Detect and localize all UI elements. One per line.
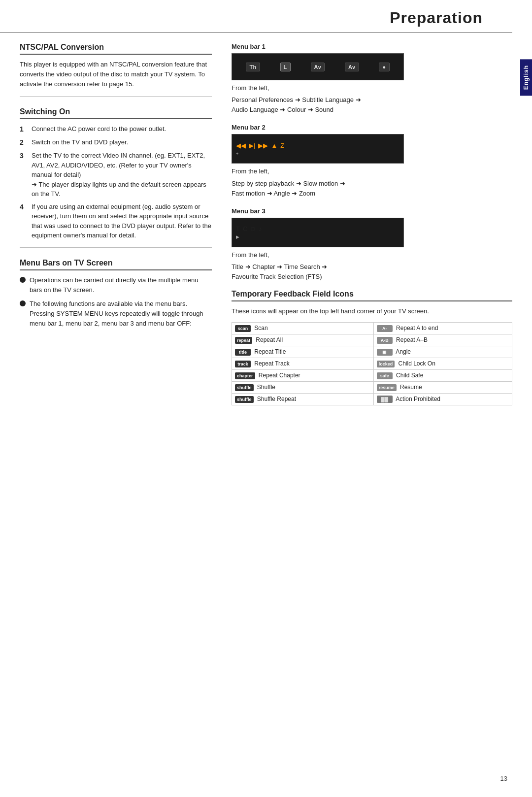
menu-bar-1-section: Menu bar 1 Th L Av Av ● From the left, P… xyxy=(232,43,512,115)
icon-repeat-a-end: A- Repeat A to end xyxy=(373,323,512,334)
mb2-item-3: ▶▶ xyxy=(258,142,268,149)
repeat-badge: repeat xyxy=(235,337,252,344)
left-column: NTSC/PAL Conversion This player is equip… xyxy=(20,43,227,405)
mb3-item-1: T xyxy=(236,225,240,232)
menu-bars-heading: Menu Bars on TV Screen xyxy=(20,259,212,270)
bullet-2: The following functions are available vi… xyxy=(20,299,212,329)
table-row: title Repeat Title ▣ Angle xyxy=(232,346,512,358)
switching-divider xyxy=(20,247,212,248)
mb1-item-5: ● xyxy=(379,63,389,71)
menu-bar-1-image: Th L Av Av ● xyxy=(232,53,404,80)
menu-bar-3-section: Menu bar 3 T C ⊙ ♪ ▶ From the left, Titl… xyxy=(232,207,512,282)
table-row: repeat Repeat All A-B Repeat A–B xyxy=(232,334,512,346)
shuffle-badge: shuffle xyxy=(235,384,254,391)
child-safe-label: Child Safe xyxy=(396,372,423,379)
icon-angle: ▣ Angle xyxy=(373,346,512,358)
chapter-label: Repeat Chapter xyxy=(259,372,300,379)
menu-bar-3-desc: Title ➜ Chapter ➜ Time Search ➜Favourite… xyxy=(232,262,512,282)
menu-bar-3-label: Menu bar 3 xyxy=(232,207,512,215)
bullet-icon xyxy=(20,300,26,306)
scan-badge: scan xyxy=(235,325,251,332)
table-row: shuffle Shuffle Repeat ▓▓ Action Prohibi… xyxy=(232,394,512,405)
icon-shuffle: shuffle Shuffle xyxy=(232,382,374,394)
ab-label: Repeat A–B xyxy=(396,336,428,343)
bullet-icon xyxy=(20,277,26,283)
mb3-item-3: ⊙ xyxy=(250,225,256,232)
menu-bar-1-label: Menu bar 1 xyxy=(232,43,512,50)
menu-bar-2-label: Menu bar 2 xyxy=(232,124,512,131)
icon-repeat-chapter: chapter Repeat Chapter xyxy=(232,370,374,382)
icon-repeat-title: title Repeat Title xyxy=(232,346,374,358)
mb2-item-4: ▲ xyxy=(271,142,277,149)
mb1-item-4: Av xyxy=(345,63,359,71)
icon-repeat-all: repeat Repeat All xyxy=(232,334,374,346)
menu-bar-3-image: T C ⊙ ♪ ▶ xyxy=(232,218,404,247)
title-label: Repeat Title xyxy=(254,348,286,355)
ntsc-body: This player is equipped with an NTSC/PAL… xyxy=(20,60,212,89)
table-row: track Repeat Track locked Child Lock On xyxy=(232,358,512,370)
menu-bar-1-from: From the left, xyxy=(232,83,512,93)
mb1-item-2: L xyxy=(280,63,291,71)
child-lock-label: Child Lock On xyxy=(399,360,435,367)
feedback-desc: These icons will appear on the top left … xyxy=(232,306,512,316)
feedback-heading: Temporary Feedback Field Icons xyxy=(232,290,512,301)
mb2-sub-1: + xyxy=(236,151,238,156)
page-title-bar: Preparation xyxy=(0,0,512,33)
mb2-item-5: Z xyxy=(280,142,284,149)
icons-table: scan Scan A- Repeat A to end repeat Repe… xyxy=(232,322,512,405)
ntsc-divider xyxy=(20,96,212,97)
ntsc-heading: NTSC/PAL Conversion xyxy=(20,43,212,55)
scan-label: Scan xyxy=(254,325,267,332)
angle-icon: ▣ xyxy=(377,349,393,356)
locked-badge: locked xyxy=(377,361,395,367)
step-4: 4 If you are using an external equipment… xyxy=(20,202,212,240)
icon-repeat-ab: A-B Repeat A–B xyxy=(373,334,512,346)
icon-repeat-track: track Repeat Track xyxy=(232,358,374,370)
track-badge: track xyxy=(235,361,251,367)
resume-label: Resume xyxy=(400,384,422,391)
menu-bar-2-section: Menu bar 2 ◀◀ ▶| ▶▶ ▲ Z + From the left,… xyxy=(232,124,512,198)
step-2: 2 Switch on the TV and DVD player. xyxy=(20,137,212,148)
mb3-sub-1: ▶ xyxy=(236,234,239,239)
step-3: 3 Set the TV to the correct Video IN cha… xyxy=(20,151,212,199)
table-row: scan Scan A- Repeat A to end xyxy=(232,323,512,334)
menu-bar-2-from: From the left, xyxy=(232,166,512,176)
prohibited-label: Action Prohibited xyxy=(396,396,440,402)
switching-heading: Switching On xyxy=(20,107,212,119)
icon-child-safe: safe Child Safe xyxy=(373,370,512,382)
english-tab: English xyxy=(520,59,532,96)
prohibited-badge: ▓▓ xyxy=(377,396,393,403)
step-1: 1 Connect the AC power cord to the power… xyxy=(20,124,212,134)
track-label: Repeat Track xyxy=(254,360,289,367)
resume-badge: resume xyxy=(377,384,397,391)
safe-badge: safe xyxy=(377,372,393,379)
mb2-item-2: ▶| xyxy=(249,142,255,149)
mb3-item-4: ♪ xyxy=(259,225,262,232)
a-label: Repeat A to end xyxy=(396,325,438,332)
shuffle-repeat-label: Shuffle Repeat xyxy=(257,396,296,402)
mb2-item-1: ◀◀ xyxy=(236,142,246,149)
icon-action-prohibited: ▓▓ Action Prohibited xyxy=(373,394,512,405)
switching-steps: 1 Connect the AC power cord to the power… xyxy=(20,124,212,240)
icon-resume: resume Resume xyxy=(373,382,512,394)
menu-bar-2-desc: Step by step playback ➜ Slow motion ➜Fas… xyxy=(232,179,512,199)
icon-shuffle-repeat: shuffle Shuffle Repeat xyxy=(232,394,374,405)
ab-badge: A-B xyxy=(377,337,393,344)
a-badge: A- xyxy=(377,325,393,332)
repeat-label: Repeat All xyxy=(256,336,283,343)
content-wrapper: NTSC/PAL Conversion This player is equip… xyxy=(20,33,512,405)
bullet-1: Operations can be carried out directly v… xyxy=(20,275,212,295)
chapter-badge: chapter xyxy=(235,372,255,379)
table-row: chapter Repeat Chapter safe Child Safe xyxy=(232,370,512,382)
mb1-item-3: Av xyxy=(311,63,325,71)
page-title: Preparation xyxy=(390,9,483,27)
menu-bar-2-image: ◀◀ ▶| ▶▶ ▲ Z + xyxy=(232,134,404,164)
mb3-item-2: C xyxy=(243,225,247,232)
title-badge: title xyxy=(235,349,251,356)
right-column: Menu bar 1 Th L Av Av ● From the left, P… xyxy=(227,43,512,405)
angle-label: Angle xyxy=(396,348,411,355)
menu-bar-1-desc: Personal Preferences ➜ Subtitle Language… xyxy=(232,95,512,115)
menu-bar-3-from: From the left, xyxy=(232,250,512,260)
icon-scan: scan Scan xyxy=(232,323,374,334)
page-number: 13 xyxy=(500,775,507,782)
